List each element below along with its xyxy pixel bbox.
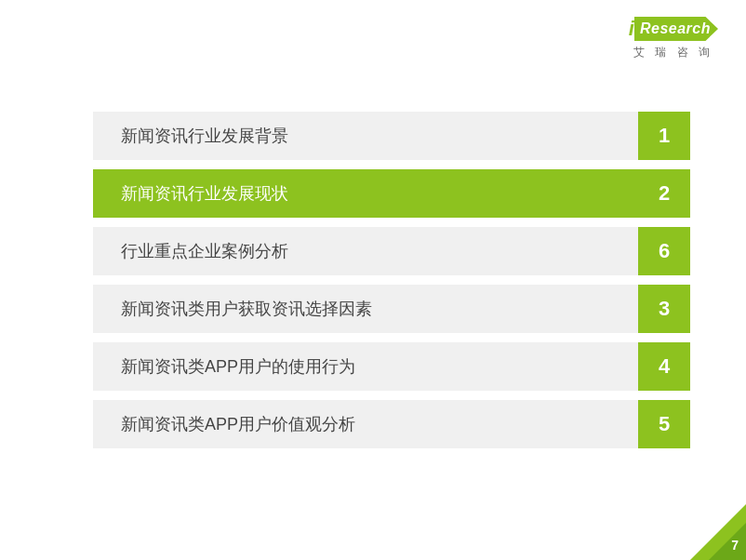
triangle-inner — [709, 523, 746, 560]
menu-item-text-1: 新闻资讯行业发展背景 — [93, 112, 638, 160]
menu-item-number-2: 2 — [638, 169, 690, 218]
menu-item-6[interactable]: 新闻资讯类APP用户价值观分析5 — [93, 400, 690, 448]
menu-item-number-5: 4 — [638, 342, 690, 391]
menu-item-number-1: 1 — [638, 112, 690, 160]
menu-item-text-5: 新闻资讯类APP用户的使用行为 — [93, 342, 638, 391]
logo-i-letter: i — [629, 17, 634, 41]
logo-area: i Research 艾 瑞 咨 询 — [629, 17, 718, 60]
menu-item-text-3: 行业重点企业案例分析 — [93, 227, 638, 275]
menu-item-text-6: 新闻资讯类APP用户价值观分析 — [93, 400, 638, 448]
logo-subtitle: 艾 瑞 咨 询 — [633, 45, 713, 60]
page-number: 7 — [731, 538, 739, 553]
menu-item-number-6: 5 — [638, 400, 690, 448]
page-container: i Research 艾 瑞 咨 询 新闻资讯行业发展背景1新闻资讯行业发展现状… — [0, 0, 746, 560]
menu-item-2[interactable]: 新闻资讯行业发展现状2 — [93, 169, 690, 218]
menu-item-4[interactable]: 新闻资讯类用户获取资讯选择因素3 — [93, 285, 690, 333]
menu-item-3[interactable]: 行业重点企业案例分析6 — [93, 227, 690, 275]
menu-container: 新闻资讯行业发展背景1新闻资讯行业发展现状2行业重点企业案例分析6新闻资讯类用户… — [93, 112, 690, 448]
menu-item-text-4: 新闻资讯类用户获取资讯选择因素 — [93, 285, 638, 333]
menu-item-5[interactable]: 新闻资讯类APP用户的使用行为4 — [93, 342, 690, 391]
logo-research-text: Research — [634, 17, 718, 41]
logo-iresearch: i Research — [629, 17, 718, 41]
menu-item-text-2: 新闻资讯行业发展现状 — [93, 169, 638, 218]
menu-item-1[interactable]: 新闻资讯行业发展背景1 — [93, 112, 690, 160]
menu-item-number-4: 3 — [638, 285, 690, 333]
menu-item-number-3: 6 — [638, 227, 690, 275]
